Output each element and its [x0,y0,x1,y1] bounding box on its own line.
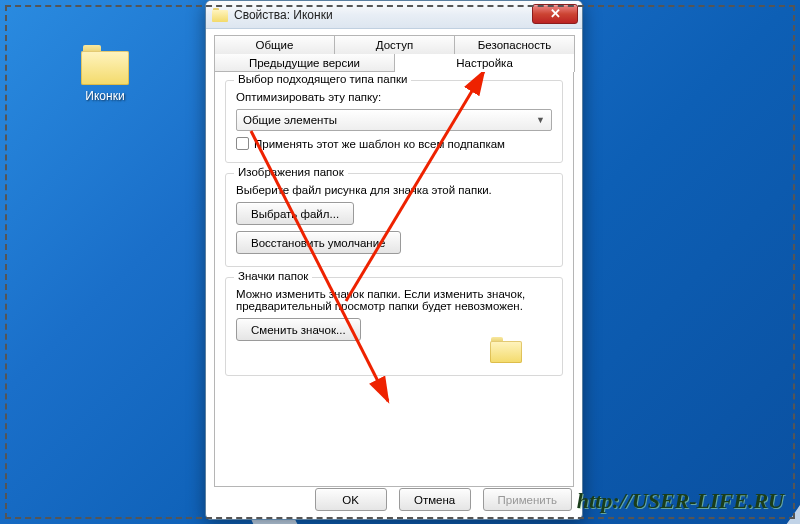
folder-icon [81,45,129,85]
dialog-title: Свойства: Иконки [234,8,333,22]
ok-button[interactable]: OK [315,488,387,511]
tab-security[interactable]: Безопасность [454,35,575,54]
properties-dialog: Свойства: Иконки ✕ Общие Доступ Безопасн… [205,0,583,520]
group-legend: Выбор подходящего типа папки [234,73,411,85]
tab-customize[interactable]: Настройка [394,54,575,72]
group-legend: Изображения папок [234,166,348,178]
change-icon-button[interactable]: Сменить значок... [236,318,361,341]
titlebar[interactable]: Свойства: Иконки ✕ [206,1,582,29]
close-button[interactable]: ✕ [532,4,578,24]
group-folder-type: Выбор подходящего типа папки Оптимизиров… [225,80,563,163]
group-folder-icons: Значки папок Можно изменить значок папки… [225,277,563,376]
watermark: http://user-life.ru [577,488,784,514]
desktop-icon-label: Иконки [70,89,140,103]
group-legend: Значки папок [234,270,312,282]
optimize-label: Оптимизировать эту папку: [236,91,552,103]
restore-default-button[interactable]: Восстановить умолчание [236,231,401,254]
tab-content-customize: Выбор подходящего типа папки Оптимизиров… [214,71,574,487]
cancel-button[interactable]: Отмена [399,488,471,511]
chevron-down-icon: ▼ [536,115,545,125]
apply-subfolders-label: Применять этот же шаблон ко всем подпапк… [254,138,505,150]
tab-previous-versions[interactable]: Предыдущие версии [214,54,395,72]
group-folder-pictures: Изображения папок Выберите файл рисунка … [225,173,563,267]
choose-file-button[interactable]: Выбрать файл... [236,202,354,225]
desktop-folder-icon[interactable]: Иконки [70,45,140,103]
folder-picture-text: Выберите файл рисунка для значка этой па… [236,184,552,196]
tab-general[interactable]: Общие [214,35,335,54]
select-value: Общие элементы [243,114,337,126]
optimize-select[interactable]: Общие элементы ▼ [236,109,552,131]
tab-sharing[interactable]: Доступ [334,35,455,54]
apply-button[interactable]: Применить [483,488,572,511]
apply-subfolders-checkbox[interactable] [236,137,249,150]
folder-icon-preview [490,337,522,363]
folder-icon-text: Можно изменить значок папки. Если измени… [236,288,552,312]
folder-icon [212,8,228,22]
